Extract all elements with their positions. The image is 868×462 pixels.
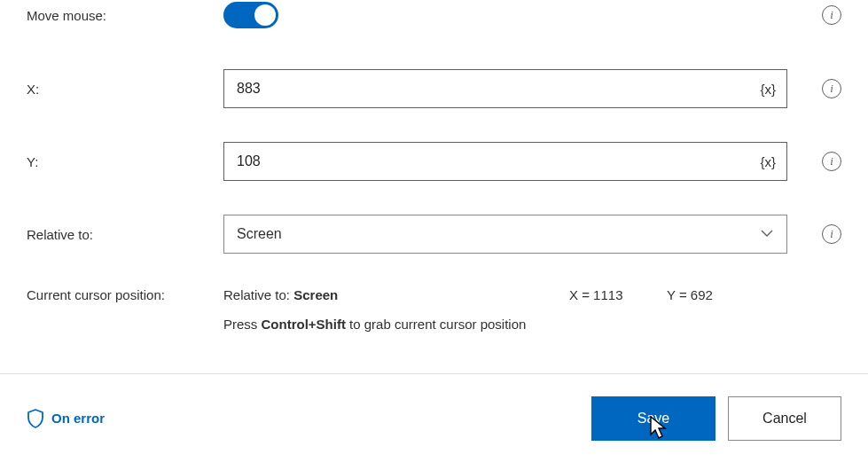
info-icon[interactable]: i xyxy=(822,5,841,25)
info-icon[interactable]: i xyxy=(822,152,841,171)
grab-cursor-hint: Press Control+Shift to grab current curs… xyxy=(223,317,841,332)
save-button[interactable]: Save xyxy=(591,396,716,441)
relative-to-label: Relative to: xyxy=(27,227,223,242)
variable-picker-icon[interactable]: {x} xyxy=(756,154,786,169)
info-icon[interactable]: i xyxy=(822,79,841,98)
cursor-position-label: Current cursor position: xyxy=(27,287,223,302)
cancel-button[interactable]: Cancel xyxy=(728,396,841,441)
move-mouse-toggle[interactable] xyxy=(223,2,278,28)
on-error-label: On error xyxy=(51,411,105,426)
relative-to-selected: Screen xyxy=(237,226,282,242)
on-error-button[interactable]: On error xyxy=(27,409,105,428)
relative-to-select[interactable]: Screen xyxy=(223,215,787,254)
x-label: X: xyxy=(27,82,223,97)
chevron-down-icon xyxy=(760,226,774,243)
x-input[interactable] xyxy=(224,81,756,97)
cursor-y-value: Y = 692 xyxy=(667,287,713,302)
move-mouse-label: Move mouse: xyxy=(27,8,223,23)
shield-icon xyxy=(27,409,44,428)
cursor-x-value: X = 1113 xyxy=(569,287,667,302)
y-label: Y: xyxy=(27,154,223,169)
y-field[interactable]: {x} xyxy=(223,142,787,181)
info-icon[interactable]: i xyxy=(822,224,841,244)
variable-picker-icon[interactable]: {x} xyxy=(756,82,786,97)
y-input[interactable] xyxy=(224,153,756,169)
x-field[interactable]: {x} xyxy=(223,69,787,108)
cursor-relative-to: Relative to: Screen xyxy=(223,287,569,302)
